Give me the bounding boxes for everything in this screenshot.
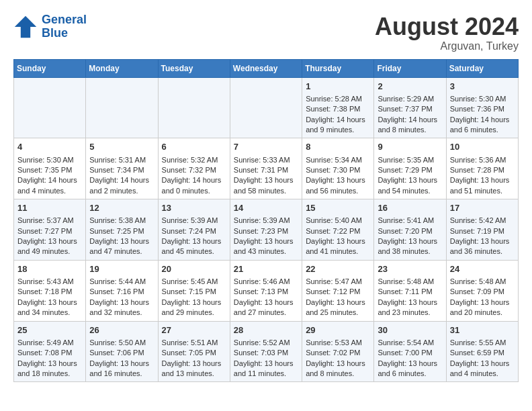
calendar-cell: 27Sunrise: 5:51 AMSunset: 7:05 PMDayligh… xyxy=(158,321,230,382)
cell-text: and 18 minutes. xyxy=(17,369,82,379)
cell-text: and 29 minutes. xyxy=(162,308,226,318)
day-number: 4 xyxy=(17,141,82,153)
cell-text: Daylight: 13 hours xyxy=(89,236,154,246)
cell-text: Sunset: 7:00 PM xyxy=(378,348,442,358)
cell-text: Sunrise: 5:38 AM xyxy=(89,216,154,226)
cell-text: Sunrise: 5:37 AM xyxy=(17,216,82,226)
location: Arguvan, Turkey xyxy=(375,40,519,52)
calendar-cell: 31Sunrise: 5:55 AMSunset: 6:59 PMDayligh… xyxy=(446,321,518,382)
day-number: 29 xyxy=(306,324,370,336)
cell-text: Daylight: 13 hours xyxy=(89,359,154,369)
cell-text: Sunset: 7:34 PM xyxy=(89,165,154,175)
day-number: 16 xyxy=(378,202,442,214)
cell-text: and 2 minutes. xyxy=(89,186,154,196)
cell-text: Daylight: 14 hours xyxy=(89,175,154,185)
day-number: 10 xyxy=(450,141,515,153)
cell-text: and 23 minutes. xyxy=(378,308,442,318)
cell-text: and 0 minutes. xyxy=(162,186,226,196)
cell-text: Daylight: 14 hours xyxy=(162,175,226,185)
cell-text: Sunrise: 5:46 AM xyxy=(234,277,298,287)
cell-text: Daylight: 13 hours xyxy=(162,298,226,308)
cell-text: Sunset: 7:30 PM xyxy=(306,165,370,175)
day-number: 6 xyxy=(162,141,226,153)
day-number: 31 xyxy=(450,324,515,336)
cell-text: Daylight: 14 hours xyxy=(450,115,515,125)
day-number: 28 xyxy=(234,324,298,336)
cell-text: Sunset: 7:23 PM xyxy=(234,226,298,236)
cell-text: Sunset: 7:27 PM xyxy=(17,226,82,236)
cell-text: Sunset: 7:19 PM xyxy=(450,226,515,236)
cell-text: Daylight: 13 hours xyxy=(378,359,442,369)
cell-text: Sunset: 7:37 PM xyxy=(378,104,442,114)
day-number: 20 xyxy=(162,263,226,275)
day-number: 18 xyxy=(17,263,82,275)
calendar-cell xyxy=(14,77,86,138)
cell-text: Daylight: 13 hours xyxy=(450,359,515,369)
day-number: 27 xyxy=(162,324,226,336)
calendar-cell: 5Sunrise: 5:31 AMSunset: 7:34 PMDaylight… xyxy=(86,138,158,199)
cell-text: Daylight: 13 hours xyxy=(450,236,515,246)
cell-text: Daylight: 14 hours xyxy=(378,115,442,125)
cell-text: Daylight: 13 hours xyxy=(306,298,370,308)
cell-text: Daylight: 13 hours xyxy=(89,298,154,308)
cell-text: Daylight: 13 hours xyxy=(234,175,298,185)
calendar-cell: 2Sunrise: 5:29 AMSunset: 7:37 PMDaylight… xyxy=(374,77,446,138)
cell-text: and 11 minutes. xyxy=(234,369,298,379)
header-saturday: Saturday xyxy=(446,59,518,77)
cell-text: and 16 minutes. xyxy=(89,369,154,379)
title-block: August 2024 Arguvan, Turkey xyxy=(375,13,519,52)
day-number: 7 xyxy=(234,141,298,153)
day-number: 21 xyxy=(234,263,298,275)
calendar-cell: 15Sunrise: 5:40 AMSunset: 7:22 PMDayligh… xyxy=(302,199,374,261)
cell-text: and 41 minutes. xyxy=(306,246,370,257)
cell-text: Sunrise: 5:33 AM xyxy=(234,155,298,165)
cell-text: and 8 minutes. xyxy=(306,369,370,379)
day-number: 13 xyxy=(162,202,226,214)
week-row-5: 25Sunrise: 5:49 AMSunset: 7:08 PMDayligh… xyxy=(14,321,519,382)
day-number: 23 xyxy=(378,263,442,275)
cell-text: Sunset: 7:06 PM xyxy=(89,348,154,358)
cell-text: and 32 minutes. xyxy=(89,308,154,318)
cell-text: and 36 minutes. xyxy=(450,246,515,257)
cell-text: Sunrise: 5:48 AM xyxy=(378,277,442,287)
header-sunday: Sunday xyxy=(14,59,86,77)
week-row-2: 4Sunrise: 5:30 AMSunset: 7:35 PMDaylight… xyxy=(14,138,519,199)
cell-text: Daylight: 14 hours xyxy=(306,115,370,125)
cell-text: Sunset: 7:09 PM xyxy=(450,287,515,297)
cell-text: Daylight: 13 hours xyxy=(378,236,442,246)
month-year: August 2024 xyxy=(375,13,519,40)
calendar-cell xyxy=(158,77,230,138)
cell-text: Sunset: 7:15 PM xyxy=(162,287,226,297)
day-number: 19 xyxy=(89,263,154,275)
day-number: 30 xyxy=(378,324,442,336)
cell-text: Sunset: 7:25 PM xyxy=(89,226,154,236)
cell-text: Sunset: 7:31 PM xyxy=(234,165,298,175)
cell-text: Sunrise: 5:43 AM xyxy=(17,277,82,287)
cell-text: Sunrise: 5:30 AM xyxy=(450,94,515,104)
day-number: 8 xyxy=(306,141,370,153)
day-number: 14 xyxy=(234,202,298,214)
cell-text: Sunset: 7:28 PM xyxy=(450,165,515,175)
cell-text: Sunset: 7:16 PM xyxy=(89,287,154,297)
cell-text: Daylight: 13 hours xyxy=(162,236,226,246)
cell-text: Daylight: 13 hours xyxy=(234,359,298,369)
cell-text: Sunrise: 5:45 AM xyxy=(162,277,226,287)
cell-text: Sunrise: 5:30 AM xyxy=(17,155,82,165)
day-number: 9 xyxy=(378,141,442,153)
cell-text: and 45 minutes. xyxy=(162,246,226,257)
calendar-header-row: SundayMondayTuesdayWednesdayThursdayFrid… xyxy=(14,59,519,77)
cell-text: and 20 minutes. xyxy=(450,308,515,318)
cell-text: Sunrise: 5:52 AM xyxy=(234,338,298,348)
cell-text: Sunset: 7:11 PM xyxy=(378,287,442,297)
day-number: 15 xyxy=(306,202,370,214)
cell-text: Sunset: 7:03 PM xyxy=(234,348,298,358)
calendar-cell: 18Sunrise: 5:43 AMSunset: 7:18 PMDayligh… xyxy=(14,260,86,321)
cell-text: Daylight: 13 hours xyxy=(450,298,515,308)
cell-text: Sunrise: 5:34 AM xyxy=(306,155,370,165)
cell-text: and 6 minutes. xyxy=(378,369,442,379)
calendar-cell: 19Sunrise: 5:44 AMSunset: 7:16 PMDayligh… xyxy=(86,260,158,321)
cell-text: Sunset: 7:05 PM xyxy=(162,348,226,358)
cell-text: and 27 minutes. xyxy=(234,308,298,318)
cell-text: Daylight: 13 hours xyxy=(17,298,82,308)
cell-text: Sunrise: 5:53 AM xyxy=(306,338,370,348)
